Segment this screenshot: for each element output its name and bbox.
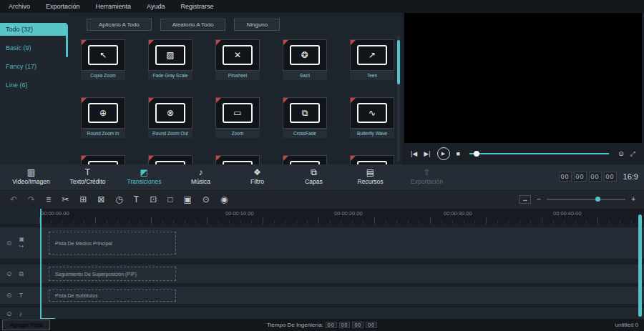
transition-item[interactable]: ❂ Swirl	[283, 39, 327, 80]
track-subtitles[interactable]: ⊙ T Pista De Subtítulos	[0, 287, 644, 304]
drop-zone-pip[interactable]: Seguimiento De Superposición (PIP)	[49, 267, 176, 281]
track-video[interactable]: ⊙ ▣ ↪ Pista De Medios Principal	[0, 227, 644, 259]
transition-item[interactable]: ▨ Fade Gray Scale	[148, 39, 192, 80]
fit-timeline-icon[interactable]: ↔	[519, 195, 531, 204]
status-timecode-hours: 00	[326, 322, 337, 328]
round-zoom-in-icon: ⊕	[88, 103, 118, 123]
menu-registrarse[interactable]: Registrarse	[180, 3, 213, 10]
transition-label: Zoom	[215, 129, 260, 138]
teen-icon: ↗	[357, 45, 387, 65]
tab-exportacion[interactable]: ⇧ Exportación	[399, 168, 455, 185]
timecode-seconds: 00	[589, 172, 602, 182]
eye-icon[interactable]: ⊙	[6, 239, 12, 247]
tab-capas[interactable]: ⧉ Capas	[286, 168, 342, 185]
menu-herramienta[interactable]: Herramienta	[96, 3, 132, 10]
category-basic[interactable]: Basic (9)	[0, 41, 67, 54]
speed-icon[interactable]: ◷	[115, 195, 122, 204]
category-todo[interactable]: Todo (32)	[0, 23, 67, 36]
tab-transiciones[interactable]: ◩ Transiciones	[116, 168, 172, 185]
seek-handle[interactable]	[474, 151, 479, 157]
tab-video-imagen[interactable]: ▥ Video/Imagen	[3, 168, 59, 185]
resources-icon: ▤	[366, 168, 374, 177]
drop-zone-subtitles[interactable]: Pista De Subtítulos	[49, 290, 176, 302]
track-pip-gutter: ⊙ ⧉	[0, 270, 46, 278]
green-screen-icon[interactable]: ▣	[183, 195, 191, 204]
crossfade-icon: ⧉	[290, 103, 320, 123]
detach-icon[interactable]: ⊞	[79, 195, 87, 204]
voiceover-icon[interactable]: ⊙	[203, 195, 210, 204]
link-icon[interactable]: ↪	[19, 244, 25, 250]
transition-item[interactable]: ∿ Butterfly Wave	[350, 97, 394, 138]
transitions-row-2: ⊕ Round Zoom In ⊗ Round Zoom Out ▭ Zoom …	[81, 97, 392, 138]
transition-item[interactable]: ✕ Pinwheel	[215, 39, 260, 80]
export-icon: ⇧	[423, 168, 430, 177]
zoom-in-icon[interactable]: +	[631, 196, 635, 203]
status-timecode-frames: 00	[366, 322, 377, 328]
redo-icon[interactable]: ↷	[28, 195, 35, 204]
tab-texto-credito[interactable]: T Texto/Crédito	[59, 168, 116, 185]
fullscreen-icon[interactable]: ⤢	[630, 150, 635, 158]
freeze-frame-icon[interactable]: □	[167, 195, 172, 204]
timeline-ruler[interactable]: 00:00:00.00 00:00:10.00 00:00:20.00 00:0…	[39, 209, 644, 224]
music-note-icon: ♪	[199, 168, 203, 177]
player-controls: |◀ ▶| ▶ ■ ⊙ ⤢	[402, 143, 644, 164]
stop-button[interactable]: ■	[457, 150, 460, 157]
filter-icon: ❖	[253, 168, 261, 177]
transition-item[interactable]: ◎	[283, 155, 327, 164]
transition-item[interactable]: ⧉ CrossFade	[283, 97, 327, 138]
transition-item[interactable]: ↖ Copia Zoom	[81, 39, 125, 80]
zoom-out-icon[interactable]: −	[537, 196, 541, 203]
transition-item[interactable]: ✣	[148, 155, 192, 164]
adjust-icon[interactable]: ≡	[46, 195, 51, 204]
zoom-icon: ▭	[223, 103, 253, 123]
tab-filtro[interactable]: ❖ Filtro	[229, 168, 286, 185]
add-track-button[interactable]: Agregar Pista	[2, 320, 50, 330]
category-fancy[interactable]: Fancy (17)	[0, 60, 67, 73]
apply-to-all-button[interactable]: Aplicarlo A Todo	[87, 19, 152, 31]
timeline-tracks: ⊙ ▣ ↪ Pista De Medios Principal ⊙ ⧉ Segu…	[0, 224, 644, 319]
text-tool-icon[interactable]: T	[134, 195, 139, 204]
preview-panel: |◀ ▶| ▶ ■ ⊙ ⤢	[402, 13, 644, 164]
transition-item[interactable]: ↗ Teen	[350, 39, 394, 80]
ruler-label: 00:00:30.00	[444, 210, 472, 217]
previous-frame-button[interactable]: |◀	[411, 150, 417, 157]
record-icon[interactable]: ◉	[220, 195, 228, 204]
butterfly-wave-icon: ∿	[357, 103, 387, 123]
category-line[interactable]: Line (6)	[0, 79, 67, 92]
undo-icon[interactable]: ↶	[10, 195, 17, 204]
tab-label: Recursos	[358, 178, 384, 185]
next-frame-button[interactable]: ▶|	[424, 150, 430, 157]
eye-icon[interactable]: ⊙	[6, 270, 12, 277]
transition-item[interactable]: ⊗ Round Zoom Out	[148, 97, 192, 138]
snapshot-icon[interactable]: ⊙	[618, 150, 624, 157]
trash-icon[interactable]: ⊠	[97, 195, 104, 204]
transition-item[interactable]: ▭ Zoom	[215, 97, 260, 138]
timeline-vertical-scrollbar[interactable]	[638, 214, 642, 317]
playhead[interactable]	[40, 209, 42, 319]
zoom-slider[interactable]	[547, 199, 625, 200]
crop-icon[interactable]: ⊡	[150, 195, 157, 204]
play-button[interactable]: ▶	[437, 147, 450, 160]
zoom-slider-handle[interactable]	[595, 197, 600, 202]
track-pip[interactable]: ⊙ ⧉ Seguimiento De Superposición (PIP)	[0, 265, 644, 283]
random-to-all-button[interactable]: Aleatorio A Todo	[160, 19, 226, 31]
menu-exportacion[interactable]: Exportación	[46, 3, 80, 10]
none-button[interactable]: Ninguno	[234, 19, 280, 31]
drop-zone-main-media[interactable]: Pista De Medios Principal	[49, 232, 176, 255]
transition-item[interactable]: ▤	[215, 155, 260, 164]
eye-icon[interactable]: ⊙	[6, 292, 12, 299]
eye-icon[interactable]: ⊙	[6, 310, 12, 317]
menu-archivo[interactable]: Archivo	[9, 3, 30, 10]
pip-track-icon: ⧉	[19, 270, 24, 278]
transition-item[interactable]: ⊕ Round Zoom In	[81, 97, 125, 138]
scissors-icon[interactable]: ✂	[62, 195, 69, 204]
transition-icon: ◩	[140, 168, 148, 177]
tab-musica[interactable]: ♪ Música	[172, 168, 229, 185]
transition-item[interactable]: ≋	[350, 155, 394, 164]
menu-ayuda[interactable]: Ayuda	[147, 3, 165, 10]
transition-item[interactable]: ◫	[81, 155, 125, 164]
tab-recursos[interactable]: ▤ Recursos	[342, 168, 399, 185]
statusbar: Agregar Pista Tiempo De Ingeniería: 00 0…	[0, 319, 644, 331]
transitions-scrollbar[interactable]	[397, 36, 400, 162]
seek-slider[interactable]	[469, 153, 609, 154]
